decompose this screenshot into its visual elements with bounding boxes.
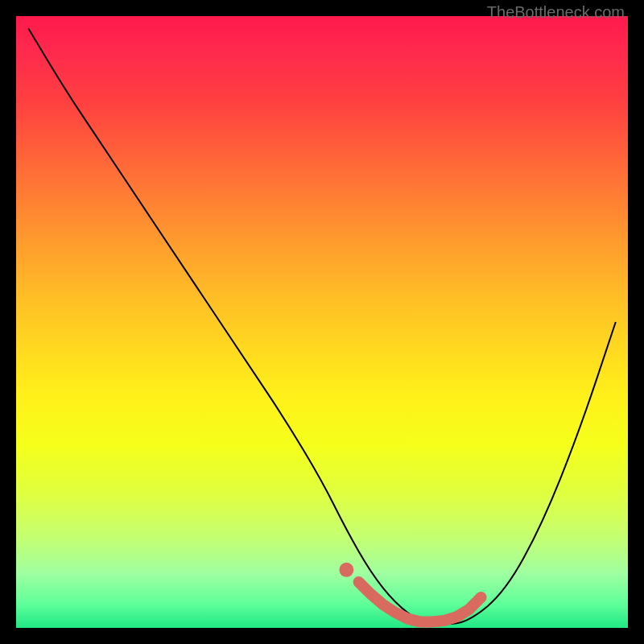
svg-point-0 <box>339 563 353 577</box>
chart-container: TheBottleneck.com <box>0 0 644 644</box>
plot-area <box>16 16 628 628</box>
flat-zone-highlight <box>339 563 481 622</box>
bottleneck-curve <box>28 28 616 624</box>
watermark-text: TheBottleneck.com <box>487 3 625 22</box>
chart-svg <box>16 16 628 628</box>
